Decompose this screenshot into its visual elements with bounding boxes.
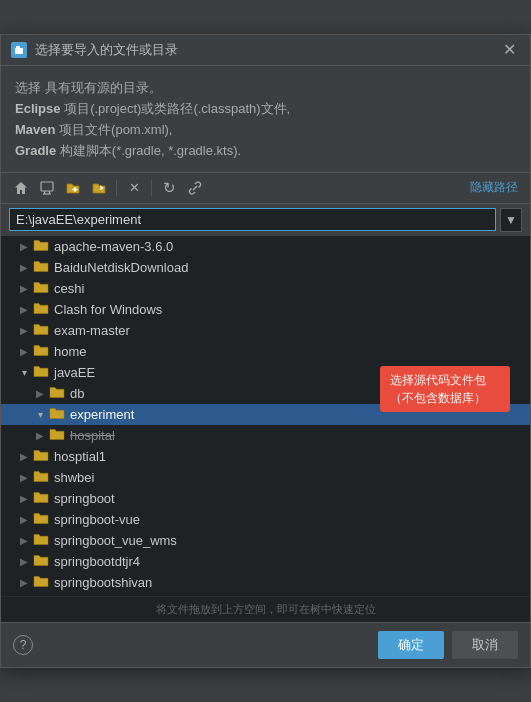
folder-icon [33,469,49,486]
tree-chevron-icon[interactable]: ▶ [33,388,47,399]
folder-icon [49,385,65,402]
tree-item-label: exam-master [54,323,130,338]
file-tree[interactable]: ▶ apache-maven-3.6.0▶ BaiduNetdiskDownlo… [1,236,530,596]
tree-item-label: springbootdtjr4 [54,554,140,569]
folder-icon [33,301,49,318]
tree-chevron-icon[interactable]: ▶ [17,325,31,336]
tree-chevron-icon[interactable]: ▾ [33,409,47,420]
refresh-button[interactable]: ↻ [157,177,181,199]
tree-item[interactable]: ▶ springbootdtjr4 [1,551,530,572]
cancel-button[interactable]: 取消 [452,631,518,659]
drop-hint: 将文件拖放到上方空间，即可在树中快速定位 [1,596,530,622]
folder-icon [33,364,49,381]
close-button[interactable]: ✕ [499,42,520,58]
new-folder-button[interactable] [61,177,85,199]
folder-icon [33,448,49,465]
tree-item-label: shwbei [54,470,94,485]
tree-item[interactable]: ▾ experiment [1,404,530,425]
tree-chevron-icon[interactable]: ▶ [17,346,31,357]
tree-item[interactable]: ▶ exam-master [1,320,530,341]
hide-path-button[interactable]: 隐藏路径 [466,177,522,198]
title-bar: 选择要导入的文件或目录 ✕ [1,35,530,66]
tree-chevron-icon[interactable]: ▶ [17,556,31,567]
tree-item-label: hospital [70,428,115,443]
folder-icon [33,322,49,339]
tree-item-label: ceshi [54,281,84,296]
tree-chevron-icon[interactable]: ▶ [17,577,31,588]
confirm-button[interactable]: 确定 [378,631,444,659]
tree-item-label: experiment [70,407,134,422]
toolbar-divider-1 [116,180,117,196]
folder-icon [49,406,65,423]
folder-icon [33,490,49,507]
folder-icon [33,532,49,549]
folder-icon [33,574,49,591]
desc-line4: Gradle 构建脚本(*.gradle, *.gradle.kts). [15,141,516,162]
folder-icon [33,280,49,297]
tree-item-label: springboot-vue [54,512,140,527]
tree-item[interactable]: ▾ javaEE [1,362,530,383]
tree-chevron-icon[interactable]: ▶ [17,493,31,504]
desc-line1: 选择 具有现有源的目录。 [15,78,516,99]
tree-item-label: hosptial1 [54,449,106,464]
svg-rect-1 [16,46,20,49]
tree-item[interactable]: ▶ db [1,383,530,404]
home-button[interactable] [9,177,33,199]
import-dialog: 选择要导入的文件或目录 ✕ 选择 具有现有源的目录。 Eclipse 项目(.p… [0,34,531,667]
tree-item[interactable]: ▶ hospital [1,425,530,446]
folder-icon [33,259,49,276]
tree-item-label: springboot [54,491,115,506]
tree-item-label: Clash for Windows [54,302,162,317]
tree-item-label: springboot_vue_wms [54,533,177,548]
path-input[interactable] [9,208,496,231]
tree-chevron-icon[interactable]: ▶ [17,451,31,462]
help-button[interactable]: ? [13,635,33,655]
tree-chevron-icon[interactable]: ▶ [17,514,31,525]
tree-item[interactable]: ▶ Clash for Windows [1,299,530,320]
folder-icon [33,238,49,255]
tree-item[interactable]: ▶ home [1,341,530,362]
desc-eclipse-label: Eclipse [15,101,61,116]
tree-item[interactable]: ▶ ceshi [1,278,530,299]
path-bar: ▼ [1,204,530,236]
tree-item[interactable]: ▶ shwbei [1,467,530,488]
tree-item[interactable]: ▶ hosptial1 [1,446,530,467]
tree-item-label: db [70,386,84,401]
bottom-bar: ? 确定 取消 [1,622,530,667]
tree-item-label: apache-maven-3.6.0 [54,239,173,254]
tree-item[interactable]: ▶ springbootshivan [1,572,530,593]
tree-item[interactable]: ▶ springboot [1,488,530,509]
dialog-icon [11,42,27,58]
desc-line3: Maven 项目文件(pom.xml), [15,120,516,141]
desktop-button[interactable] [35,177,59,199]
tree-chevron-icon[interactable]: ▶ [17,535,31,546]
tree-chevron-icon[interactable]: ▶ [17,283,31,294]
folder-icon [49,427,65,444]
path-dropdown[interactable]: ▼ [500,208,522,232]
tree-chevron-icon[interactable]: ▶ [17,472,31,483]
desc-gradle-label: Gradle [15,143,56,158]
tree-item[interactable]: ▶ springboot_vue_wms [1,530,530,551]
link-button[interactable] [183,177,207,199]
desc-line2: Eclipse 项目(.project)或类路径(.classpath)文件, [15,99,516,120]
tree-item-label: javaEE [54,365,95,380]
tree-item[interactable]: ▶ springboot-vue [1,509,530,530]
desc-maven-label: Maven [15,122,55,137]
folder-icon [33,343,49,360]
description-area: 选择 具有现有源的目录。 Eclipse 项目(.project)或类路径(.c… [1,66,530,171]
folder-icon [33,553,49,570]
tree-item[interactable]: ▶ BaiduNetdiskDownload [1,257,530,278]
tree-item-label: BaiduNetdiskDownload [54,260,188,275]
tree-item[interactable]: ▶ apache-maven-3.6.0 [1,236,530,257]
toolbar-divider-2 [151,180,152,196]
tree-chevron-icon[interactable]: ▶ [33,430,47,441]
tree-chevron-icon[interactable]: ▶ [17,262,31,273]
svg-rect-2 [41,182,53,191]
folder-up-button[interactable] [87,177,111,199]
tree-chevron-icon[interactable]: ▶ [17,241,31,252]
tree-chevron-icon[interactable]: ▶ [17,304,31,315]
tree-item-label: home [54,344,87,359]
tree-chevron-icon[interactable]: ▾ [17,367,31,378]
delete-button[interactable]: ✕ [122,177,146,199]
dialog-title: 选择要导入的文件或目录 [35,41,491,59]
